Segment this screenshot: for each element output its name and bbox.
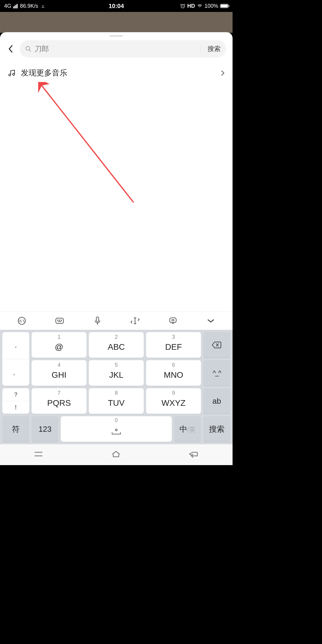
music-icon <box>8 69 16 77</box>
backspace-icon <box>212 341 222 349</box>
key-3[interactable]: 3 DEF <box>146 332 201 358</box>
nav-bar <box>0 444 233 465</box>
message-icon[interactable] <box>166 314 179 327</box>
lang-secondary: 英 <box>189 426 196 433</box>
battery-pct: 100% <box>205 3 218 9</box>
key-8[interactable]: 8 TUV <box>89 388 144 414</box>
svg-point-9 <box>59 320 60 321</box>
network-speed: 86.9K/s <box>20 3 38 9</box>
wifi-icon <box>197 4 203 8</box>
svg-point-3 <box>13 73 15 75</box>
status-time: 10:04 <box>109 3 124 9</box>
emoji-key[interactable]: ^_^ <box>203 360 230 386</box>
svg-point-17 <box>115 429 117 431</box>
svg-point-10 <box>61 320 62 321</box>
search-box[interactable]: 搜索 <box>20 40 226 58</box>
punct-key-1[interactable]: ， 。 <box>2 332 29 386</box>
num-mode-key[interactable]: 123 <box>32 416 58 442</box>
key-6[interactable]: 6 MNO <box>146 360 201 386</box>
key-7[interactable]: 7 PQRS <box>32 388 86 414</box>
discover-label: 发现更多音乐 <box>21 68 215 78</box>
background-strip <box>0 12 233 33</box>
search-divider <box>200 44 200 53</box>
key-4[interactable]: 4 GHI <box>32 360 86 386</box>
keyboard-icon[interactable] <box>53 314 66 327</box>
question-key[interactable]: ？ <box>2 388 29 401</box>
hd-label: HD <box>187 3 195 9</box>
alarm-icon <box>180 3 185 9</box>
nav-back-icon[interactable] <box>188 451 199 459</box>
svg-rect-12 <box>96 317 99 322</box>
chevron-right-icon <box>221 70 225 76</box>
svg-text:讯飞: 讯飞 <box>19 319 25 323</box>
nav-home-icon[interactable] <box>110 450 122 459</box>
back-button[interactable] <box>7 44 15 53</box>
key-2[interactable]: 2 ABC <box>89 332 144 358</box>
ab-key[interactable]: ab <box>203 388 230 414</box>
drag-handle[interactable] <box>109 35 123 37</box>
signal-icon <box>13 4 18 8</box>
lang-key[interactable]: 中/英 <box>174 416 201 442</box>
space-key[interactable]: 0 <box>61 416 172 442</box>
nav-menu-icon[interactable] <box>33 451 44 459</box>
space-icon <box>110 428 122 436</box>
punct-key-2[interactable]: ？ ！ <box>2 388 29 414</box>
download-icon <box>41 4 45 8</box>
key-1[interactable]: 1 @ <box>32 332 86 358</box>
period-key[interactable]: 。 <box>2 359 29 386</box>
backspace-key[interactable] <box>203 332 230 358</box>
key-9[interactable]: 9 WXYZ <box>146 388 201 414</box>
svg-point-2 <box>9 74 11 76</box>
search-icon <box>25 46 32 52</box>
symbol-key[interactable]: 符 <box>2 416 29 442</box>
svg-point-8 <box>58 320 58 321</box>
comma-key[interactable]: ， <box>2 332 29 359</box>
search-input[interactable] <box>35 45 197 53</box>
key-5[interactable]: 5 JKL <box>89 360 144 386</box>
enter-key[interactable]: 搜索 <box>203 416 230 442</box>
ifly-icon[interactable]: 讯飞 <box>15 314 28 327</box>
mic-icon[interactable] <box>91 314 104 327</box>
network-type: 4G <box>4 3 11 9</box>
keyboard-toolbar: 讯飞 <box>0 311 233 330</box>
discover-more-row[interactable]: 发现更多音乐 <box>0 58 233 78</box>
exclaim-key[interactable]: ！ <box>2 401 29 414</box>
lang-primary: 中 <box>179 425 187 434</box>
collapse-keyboard-icon[interactable] <box>204 314 217 327</box>
search-button[interactable]: 搜索 <box>203 44 221 53</box>
status-bar: 4G 86.9K/s 10:04 HD 100% <box>0 0 233 12</box>
svg-rect-14 <box>170 318 176 323</box>
cursor-icon[interactable] <box>129 314 142 327</box>
keyboard: 讯飞 ， 。 1 @ 2 ABC 3 <box>0 311 233 465</box>
svg-point-1 <box>26 47 30 50</box>
battery-icon <box>220 4 228 8</box>
